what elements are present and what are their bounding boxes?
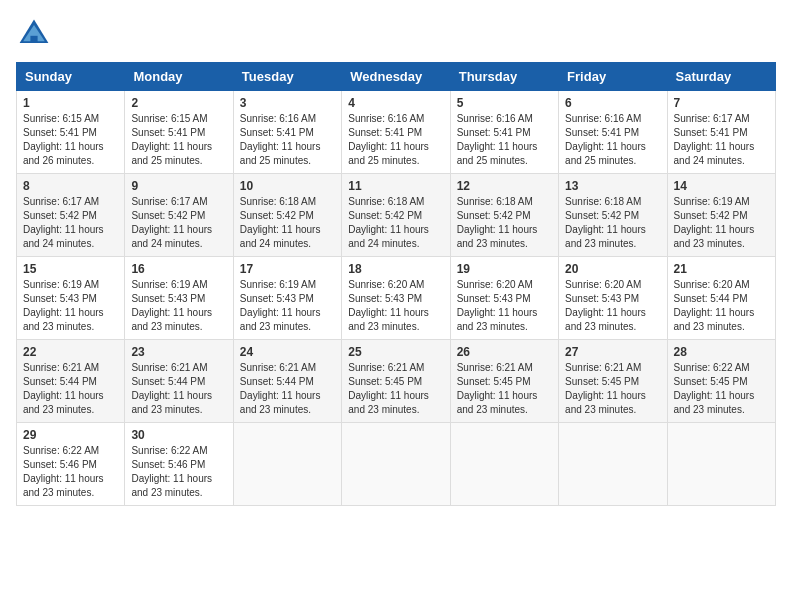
calendar-cell: 6Sunrise: 6:16 AM Sunset: 5:41 PM Daylig… (559, 91, 667, 174)
cell-info: Sunrise: 6:19 AM Sunset: 5:42 PM Dayligh… (674, 195, 769, 251)
calendar-cell: 18Sunrise: 6:20 AM Sunset: 5:43 PM Dayli… (342, 257, 450, 340)
day-number: 1 (23, 96, 118, 110)
cell-info: Sunrise: 6:20 AM Sunset: 5:44 PM Dayligh… (674, 278, 769, 334)
calendar-cell: 7Sunrise: 6:17 AM Sunset: 5:41 PM Daylig… (667, 91, 775, 174)
cell-info: Sunrise: 6:18 AM Sunset: 5:42 PM Dayligh… (240, 195, 335, 251)
cell-info: Sunrise: 6:22 AM Sunset: 5:45 PM Dayligh… (674, 361, 769, 417)
cell-info: Sunrise: 6:17 AM Sunset: 5:42 PM Dayligh… (23, 195, 118, 251)
day-number: 11 (348, 179, 443, 193)
calendar-cell: 30Sunrise: 6:22 AM Sunset: 5:46 PM Dayli… (125, 423, 233, 506)
calendar-cell (559, 423, 667, 506)
weekday-header-monday: Monday (125, 63, 233, 91)
cell-info: Sunrise: 6:21 AM Sunset: 5:45 PM Dayligh… (565, 361, 660, 417)
calendar-cell: 1Sunrise: 6:15 AM Sunset: 5:41 PM Daylig… (17, 91, 125, 174)
cell-info: Sunrise: 6:16 AM Sunset: 5:41 PM Dayligh… (565, 112, 660, 168)
calendar-cell: 11Sunrise: 6:18 AM Sunset: 5:42 PM Dayli… (342, 174, 450, 257)
cell-info: Sunrise: 6:18 AM Sunset: 5:42 PM Dayligh… (565, 195, 660, 251)
cell-info: Sunrise: 6:15 AM Sunset: 5:41 PM Dayligh… (23, 112, 118, 168)
calendar-week-2: 8Sunrise: 6:17 AM Sunset: 5:42 PM Daylig… (17, 174, 776, 257)
day-number: 16 (131, 262, 226, 276)
calendar-cell: 16Sunrise: 6:19 AM Sunset: 5:43 PM Dayli… (125, 257, 233, 340)
calendar-cell: 28Sunrise: 6:22 AM Sunset: 5:45 PM Dayli… (667, 340, 775, 423)
cell-info: Sunrise: 6:19 AM Sunset: 5:43 PM Dayligh… (240, 278, 335, 334)
weekday-header-saturday: Saturday (667, 63, 775, 91)
cell-info: Sunrise: 6:18 AM Sunset: 5:42 PM Dayligh… (348, 195, 443, 251)
page-header (16, 16, 776, 52)
calendar-cell: 3Sunrise: 6:16 AM Sunset: 5:41 PM Daylig… (233, 91, 341, 174)
cell-info: Sunrise: 6:17 AM Sunset: 5:41 PM Dayligh… (674, 112, 769, 168)
day-number: 13 (565, 179, 660, 193)
cell-info: Sunrise: 6:21 AM Sunset: 5:44 PM Dayligh… (23, 361, 118, 417)
cell-info: Sunrise: 6:22 AM Sunset: 5:46 PM Dayligh… (131, 444, 226, 500)
day-number: 6 (565, 96, 660, 110)
day-number: 10 (240, 179, 335, 193)
day-number: 24 (240, 345, 335, 359)
cell-info: Sunrise: 6:20 AM Sunset: 5:43 PM Dayligh… (565, 278, 660, 334)
weekday-header-friday: Friday (559, 63, 667, 91)
day-number: 8 (23, 179, 118, 193)
calendar-cell: 23Sunrise: 6:21 AM Sunset: 5:44 PM Dayli… (125, 340, 233, 423)
day-number: 9 (131, 179, 226, 193)
calendar-cell: 17Sunrise: 6:19 AM Sunset: 5:43 PM Dayli… (233, 257, 341, 340)
day-number: 17 (240, 262, 335, 276)
calendar-cell: 29Sunrise: 6:22 AM Sunset: 5:46 PM Dayli… (17, 423, 125, 506)
calendar-cell: 21Sunrise: 6:20 AM Sunset: 5:44 PM Dayli… (667, 257, 775, 340)
calendar-cell (450, 423, 558, 506)
svg-rect-2 (30, 36, 37, 43)
day-number: 14 (674, 179, 769, 193)
cell-info: Sunrise: 6:21 AM Sunset: 5:45 PM Dayligh… (348, 361, 443, 417)
weekday-header-row: SundayMondayTuesdayWednesdayThursdayFrid… (17, 63, 776, 91)
cell-info: Sunrise: 6:21 AM Sunset: 5:45 PM Dayligh… (457, 361, 552, 417)
calendar-cell: 4Sunrise: 6:16 AM Sunset: 5:41 PM Daylig… (342, 91, 450, 174)
cell-info: Sunrise: 6:18 AM Sunset: 5:42 PM Dayligh… (457, 195, 552, 251)
day-number: 27 (565, 345, 660, 359)
day-number: 19 (457, 262, 552, 276)
day-number: 23 (131, 345, 226, 359)
cell-info: Sunrise: 6:16 AM Sunset: 5:41 PM Dayligh… (240, 112, 335, 168)
cell-info: Sunrise: 6:20 AM Sunset: 5:43 PM Dayligh… (348, 278, 443, 334)
day-number: 18 (348, 262, 443, 276)
day-number: 25 (348, 345, 443, 359)
calendar-cell: 8Sunrise: 6:17 AM Sunset: 5:42 PM Daylig… (17, 174, 125, 257)
day-number: 21 (674, 262, 769, 276)
calendar-week-5: 29Sunrise: 6:22 AM Sunset: 5:46 PM Dayli… (17, 423, 776, 506)
day-number: 12 (457, 179, 552, 193)
day-number: 22 (23, 345, 118, 359)
cell-info: Sunrise: 6:16 AM Sunset: 5:41 PM Dayligh… (457, 112, 552, 168)
calendar-cell: 10Sunrise: 6:18 AM Sunset: 5:42 PM Dayli… (233, 174, 341, 257)
calendar-cell: 22Sunrise: 6:21 AM Sunset: 5:44 PM Dayli… (17, 340, 125, 423)
calendar-cell: 5Sunrise: 6:16 AM Sunset: 5:41 PM Daylig… (450, 91, 558, 174)
logo (16, 16, 58, 52)
calendar-cell: 19Sunrise: 6:20 AM Sunset: 5:43 PM Dayli… (450, 257, 558, 340)
calendar-table: SundayMondayTuesdayWednesdayThursdayFrid… (16, 62, 776, 506)
calendar-cell: 20Sunrise: 6:20 AM Sunset: 5:43 PM Dayli… (559, 257, 667, 340)
cell-info: Sunrise: 6:21 AM Sunset: 5:44 PM Dayligh… (240, 361, 335, 417)
calendar-cell (233, 423, 341, 506)
calendar-cell: 27Sunrise: 6:21 AM Sunset: 5:45 PM Dayli… (559, 340, 667, 423)
calendar-week-1: 1Sunrise: 6:15 AM Sunset: 5:41 PM Daylig… (17, 91, 776, 174)
calendar-cell: 2Sunrise: 6:15 AM Sunset: 5:41 PM Daylig… (125, 91, 233, 174)
calendar-cell: 25Sunrise: 6:21 AM Sunset: 5:45 PM Dayli… (342, 340, 450, 423)
day-number: 30 (131, 428, 226, 442)
day-number: 29 (23, 428, 118, 442)
calendar-cell: 26Sunrise: 6:21 AM Sunset: 5:45 PM Dayli… (450, 340, 558, 423)
weekday-header-thursday: Thursday (450, 63, 558, 91)
day-number: 20 (565, 262, 660, 276)
calendar-body: 1Sunrise: 6:15 AM Sunset: 5:41 PM Daylig… (17, 91, 776, 506)
calendar-cell: 12Sunrise: 6:18 AM Sunset: 5:42 PM Dayli… (450, 174, 558, 257)
cell-info: Sunrise: 6:16 AM Sunset: 5:41 PM Dayligh… (348, 112, 443, 168)
logo-icon (16, 16, 52, 52)
day-number: 4 (348, 96, 443, 110)
calendar-cell: 15Sunrise: 6:19 AM Sunset: 5:43 PM Dayli… (17, 257, 125, 340)
calendar-cell: 9Sunrise: 6:17 AM Sunset: 5:42 PM Daylig… (125, 174, 233, 257)
day-number: 15 (23, 262, 118, 276)
cell-info: Sunrise: 6:15 AM Sunset: 5:41 PM Dayligh… (131, 112, 226, 168)
calendar-cell: 24Sunrise: 6:21 AM Sunset: 5:44 PM Dayli… (233, 340, 341, 423)
calendar-week-3: 15Sunrise: 6:19 AM Sunset: 5:43 PM Dayli… (17, 257, 776, 340)
calendar-header: SundayMondayTuesdayWednesdayThursdayFrid… (17, 63, 776, 91)
day-number: 28 (674, 345, 769, 359)
day-number: 3 (240, 96, 335, 110)
calendar-cell (342, 423, 450, 506)
cell-info: Sunrise: 6:20 AM Sunset: 5:43 PM Dayligh… (457, 278, 552, 334)
day-number: 5 (457, 96, 552, 110)
